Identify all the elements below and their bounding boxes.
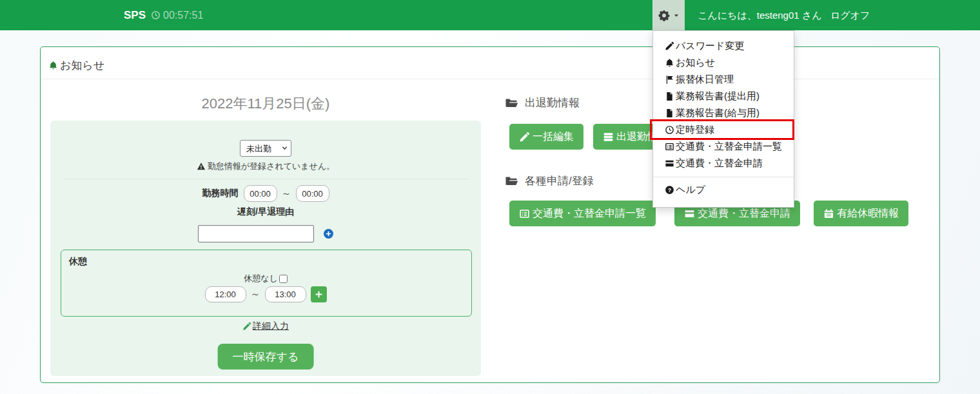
flag-icon [665, 75, 674, 84]
time-separator: ～ [251, 288, 260, 300]
applications-section-title: 各種申請/登録 [525, 173, 594, 188]
detail-input-link-text: 詳細入力 [253, 320, 289, 332]
attendance-form: 未出勤 勤怠情報が登録されていません。 勤務時間 ～ 遅刻/早退理由 [50, 121, 481, 376]
caret-down-icon [673, 12, 680, 19]
session-timer-value: 00:57:51 [163, 10, 203, 21]
attendance-section-heading: 出退勤情報 [505, 95, 580, 110]
list-icon [519, 208, 530, 219]
notice-panel-title: お知らせ [48, 58, 104, 73]
work-time-start-input[interactable] [244, 185, 277, 202]
stack-icon [603, 132, 614, 143]
menu-item-help[interactable]: ? ヘルプ [653, 181, 794, 198]
add-break-button[interactable] [311, 286, 327, 302]
menu-item-scheduled-time-registration[interactable]: 定時登録 [653, 121, 794, 138]
attendance-status-select[interactable]: 未出勤 [240, 140, 291, 157]
menu-item-substitute-holiday[interactable]: 振替休日管理 [653, 71, 794, 88]
temp-save-button[interactable]: 一時保存する [218, 344, 314, 369]
break-start-input[interactable] [205, 286, 246, 302]
late-reason-label: 遅刻/早退理由 [237, 206, 294, 218]
pencil-icon [665, 41, 674, 51]
menu-item-report-salary[interactable]: 業務報告書(給与用) [653, 104, 794, 121]
credit-card-icon [684, 208, 695, 219]
pencil-icon [519, 132, 530, 143]
navbar: SPS 00:57:51 こんにちは、testeng01 さん ログオフ [0, 0, 980, 30]
settings-menu-button[interactable] [652, 0, 685, 30]
add-reason-button[interactable] [323, 228, 334, 239]
applications-section-heading: 各種申請/登録 [505, 173, 594, 188]
brand-logo[interactable]: SPS [124, 0, 146, 30]
file-icon [665, 108, 674, 118]
user-greeting: こんにちは、testeng01 さん [698, 0, 822, 30]
break-none-checkbox[interactable] [279, 275, 288, 283]
panel-divider [41, 79, 939, 79]
folder-open-icon [505, 97, 518, 109]
clock-icon [151, 10, 161, 20]
menu-item-expense-list[interactable]: 交通費・立替金申請一覧 [653, 138, 794, 155]
bell-icon [48, 61, 58, 70]
settings-dropdown-menu: パスワード変更 お知らせ 振替休日管理 業務報告書(提出用) 業務報告書(給与用… [652, 30, 794, 208]
list-icon [665, 142, 674, 152]
break-label: 休憩 [69, 256, 87, 268]
break-end-input[interactable] [265, 286, 306, 302]
pencil-icon [242, 322, 251, 331]
menu-divider [653, 177, 794, 177]
gear-icon [658, 10, 670, 21]
expense-list-button[interactable]: 交通費・立替金申請一覧 [509, 201, 656, 226]
svg-text:?: ? [668, 186, 671, 193]
form-divider [63, 179, 468, 179]
menu-item-notice[interactable]: お知らせ [653, 54, 794, 71]
menu-item-password-change[interactable]: パスワード変更 [653, 37, 794, 54]
page: お知らせ 2022年11月25日(金) 未出勤 勤怠情報が登録されていません。 … [0, 0, 980, 394]
attendance-date: 2022年11月25日(金) [50, 94, 481, 113]
folder-open-icon [505, 175, 518, 187]
time-separator: ～ [282, 188, 291, 200]
warning-text: 勤怠情報が登録されていません。 [208, 161, 335, 172]
work-time-end-input[interactable] [296, 185, 329, 202]
menu-item-report-submit[interactable]: 業務報告書(提出用) [653, 88, 794, 104]
paid-leave-button[interactable]: 有給休暇情報 [814, 201, 908, 226]
late-reason-input[interactable] [198, 225, 314, 242]
help-icon: ? [665, 185, 674, 195]
session-timer: 00:57:51 [151, 0, 203, 30]
work-time-label: 勤務時間 [202, 188, 239, 199]
attendance-section-title: 出退勤情報 [525, 95, 580, 110]
notice-panel-title-text: お知らせ [60, 58, 104, 73]
logoff-link[interactable]: ログオフ [830, 0, 870, 30]
batch-edit-button[interactable]: 一括編集 [509, 124, 583, 150]
bell-icon [665, 58, 674, 68]
warning-icon [197, 162, 206, 171]
file-icon [665, 92, 674, 101]
menu-item-expense-apply[interactable]: 交通費・立替金申請 [653, 155, 794, 172]
credit-card-icon [665, 159, 674, 168]
detail-input-link[interactable]: 詳細入力 [242, 320, 289, 332]
calendar-icon [823, 208, 834, 219]
break-none-label: 休憩なし [244, 273, 278, 284]
clock-icon [665, 125, 674, 135]
